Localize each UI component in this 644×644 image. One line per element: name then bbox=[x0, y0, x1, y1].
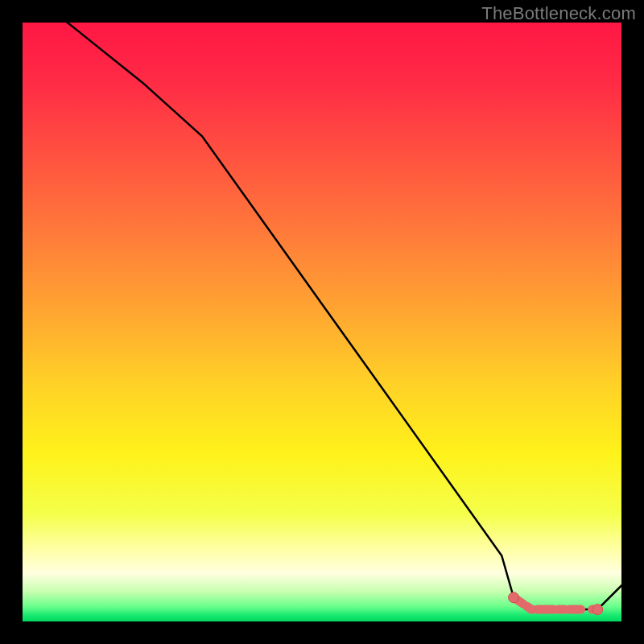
plot-area bbox=[23, 23, 621, 621]
chart-series-markers bbox=[509, 592, 603, 615]
chart-line-layer bbox=[23, 23, 621, 621]
marker-dot bbox=[509, 592, 519, 603]
marker-dot bbox=[592, 605, 602, 614]
credit-text: TheBottleneck.com bbox=[481, 3, 636, 24]
chart-frame: TheBottleneck.com bbox=[0, 0, 644, 644]
marker-track bbox=[514, 597, 597, 609]
chart-series-line bbox=[23, 23, 621, 609]
